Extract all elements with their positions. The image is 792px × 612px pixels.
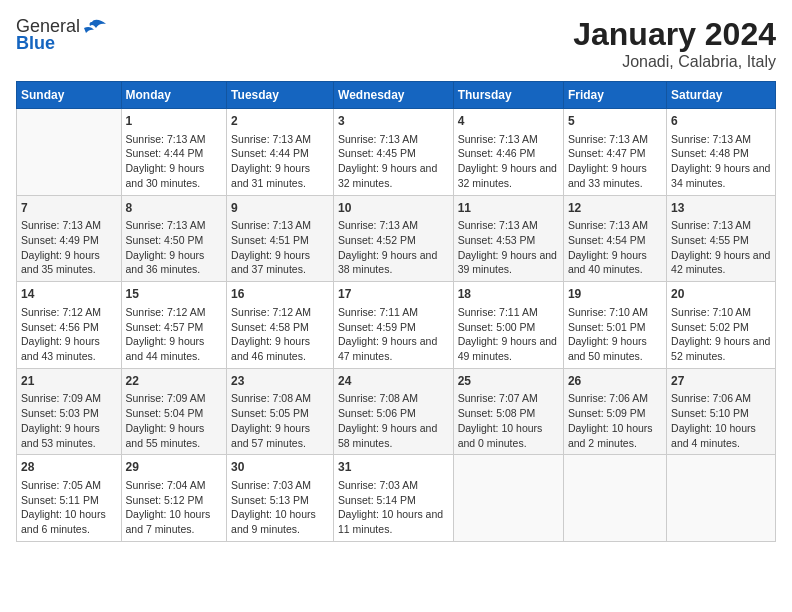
- page-title: January 2024: [573, 16, 776, 53]
- day-number: 13: [671, 200, 771, 217]
- calendar-week-row: 21Sunrise: 7:09 AMSunset: 5:03 PMDayligh…: [17, 368, 776, 455]
- weekday-header: Friday: [563, 82, 666, 109]
- calendar-table: SundayMondayTuesdayWednesdayThursdayFrid…: [16, 81, 776, 542]
- day-info: Sunrise: 7:13 AMSunset: 4:47 PMDaylight:…: [568, 132, 662, 191]
- calendar-cell: 30Sunrise: 7:03 AMSunset: 5:13 PMDayligh…: [227, 455, 334, 542]
- day-info: Sunrise: 7:13 AMSunset: 4:49 PMDaylight:…: [21, 218, 117, 277]
- day-number: 5: [568, 113, 662, 130]
- day-info: Sunrise: 7:06 AMSunset: 5:10 PMDaylight:…: [671, 391, 771, 450]
- day-info: Sunrise: 7:03 AMSunset: 5:13 PMDaylight:…: [231, 478, 329, 537]
- day-number: 19: [568, 286, 662, 303]
- calendar-cell: [563, 455, 666, 542]
- day-info: Sunrise: 7:10 AMSunset: 5:01 PMDaylight:…: [568, 305, 662, 364]
- calendar-week-row: 7Sunrise: 7:13 AMSunset: 4:49 PMDaylight…: [17, 195, 776, 282]
- calendar-cell: 4Sunrise: 7:13 AMSunset: 4:46 PMDaylight…: [453, 109, 563, 196]
- day-number: 9: [231, 200, 329, 217]
- calendar-week-row: 14Sunrise: 7:12 AMSunset: 4:56 PMDayligh…: [17, 282, 776, 369]
- calendar-cell: 12Sunrise: 7:13 AMSunset: 4:54 PMDayligh…: [563, 195, 666, 282]
- calendar-week-row: 1Sunrise: 7:13 AMSunset: 4:44 PMDaylight…: [17, 109, 776, 196]
- day-number: 2: [231, 113, 329, 130]
- calendar-cell: 16Sunrise: 7:12 AMSunset: 4:58 PMDayligh…: [227, 282, 334, 369]
- calendar-cell: 10Sunrise: 7:13 AMSunset: 4:52 PMDayligh…: [334, 195, 454, 282]
- calendar-cell: 29Sunrise: 7:04 AMSunset: 5:12 PMDayligh…: [121, 455, 227, 542]
- day-number: 24: [338, 373, 449, 390]
- day-number: 21: [21, 373, 117, 390]
- calendar-cell: 21Sunrise: 7:09 AMSunset: 5:03 PMDayligh…: [17, 368, 122, 455]
- day-info: Sunrise: 7:04 AMSunset: 5:12 PMDaylight:…: [126, 478, 223, 537]
- day-info: Sunrise: 7:13 AMSunset: 4:44 PMDaylight:…: [126, 132, 223, 191]
- weekday-header: Monday: [121, 82, 227, 109]
- day-info: Sunrise: 7:09 AMSunset: 5:03 PMDaylight:…: [21, 391, 117, 450]
- calendar-cell: 19Sunrise: 7:10 AMSunset: 5:01 PMDayligh…: [563, 282, 666, 369]
- day-info: Sunrise: 7:13 AMSunset: 4:44 PMDaylight:…: [231, 132, 329, 191]
- calendar-cell: 9Sunrise: 7:13 AMSunset: 4:51 PMDaylight…: [227, 195, 334, 282]
- day-info: Sunrise: 7:13 AMSunset: 4:45 PMDaylight:…: [338, 132, 449, 191]
- day-info: Sunrise: 7:12 AMSunset: 4:56 PMDaylight:…: [21, 305, 117, 364]
- day-number: 7: [21, 200, 117, 217]
- day-info: Sunrise: 7:08 AMSunset: 5:05 PMDaylight:…: [231, 391, 329, 450]
- day-number: 6: [671, 113, 771, 130]
- day-info: Sunrise: 7:05 AMSunset: 5:11 PMDaylight:…: [21, 478, 117, 537]
- calendar-cell: [667, 455, 776, 542]
- day-info: Sunrise: 7:07 AMSunset: 5:08 PMDaylight:…: [458, 391, 559, 450]
- day-number: 3: [338, 113, 449, 130]
- day-number: 27: [671, 373, 771, 390]
- day-info: Sunrise: 7:13 AMSunset: 4:54 PMDaylight:…: [568, 218, 662, 277]
- day-number: 20: [671, 286, 771, 303]
- day-number: 28: [21, 459, 117, 476]
- day-info: Sunrise: 7:13 AMSunset: 4:55 PMDaylight:…: [671, 218, 771, 277]
- calendar-cell: 31Sunrise: 7:03 AMSunset: 5:14 PMDayligh…: [334, 455, 454, 542]
- calendar-cell: [17, 109, 122, 196]
- logo-blue-text: Blue: [16, 33, 55, 54]
- day-number: 16: [231, 286, 329, 303]
- day-number: 23: [231, 373, 329, 390]
- day-info: Sunrise: 7:13 AMSunset: 4:46 PMDaylight:…: [458, 132, 559, 191]
- calendar-cell: 28Sunrise: 7:05 AMSunset: 5:11 PMDayligh…: [17, 455, 122, 542]
- day-info: Sunrise: 7:12 AMSunset: 4:57 PMDaylight:…: [126, 305, 223, 364]
- calendar-cell: 13Sunrise: 7:13 AMSunset: 4:55 PMDayligh…: [667, 195, 776, 282]
- weekday-header: Sunday: [17, 82, 122, 109]
- calendar-cell: 17Sunrise: 7:11 AMSunset: 4:59 PMDayligh…: [334, 282, 454, 369]
- title-block: January 2024 Jonadi, Calabria, Italy: [573, 16, 776, 71]
- calendar-cell: 7Sunrise: 7:13 AMSunset: 4:49 PMDaylight…: [17, 195, 122, 282]
- day-info: Sunrise: 7:11 AMSunset: 5:00 PMDaylight:…: [458, 305, 559, 364]
- page-header: General Blue January 2024 Jonadi, Calabr…: [16, 16, 776, 71]
- day-info: Sunrise: 7:13 AMSunset: 4:51 PMDaylight:…: [231, 218, 329, 277]
- day-info: Sunrise: 7:11 AMSunset: 4:59 PMDaylight:…: [338, 305, 449, 364]
- day-info: Sunrise: 7:03 AMSunset: 5:14 PMDaylight:…: [338, 478, 449, 537]
- calendar-cell: 11Sunrise: 7:13 AMSunset: 4:53 PMDayligh…: [453, 195, 563, 282]
- day-number: 1: [126, 113, 223, 130]
- day-number: 15: [126, 286, 223, 303]
- day-number: 18: [458, 286, 559, 303]
- calendar-cell: 3Sunrise: 7:13 AMSunset: 4:45 PMDaylight…: [334, 109, 454, 196]
- logo: General Blue: [16, 16, 106, 54]
- day-number: 31: [338, 459, 449, 476]
- calendar-cell: 25Sunrise: 7:07 AMSunset: 5:08 PMDayligh…: [453, 368, 563, 455]
- day-number: 22: [126, 373, 223, 390]
- day-number: 8: [126, 200, 223, 217]
- day-number: 26: [568, 373, 662, 390]
- day-info: Sunrise: 7:09 AMSunset: 5:04 PMDaylight:…: [126, 391, 223, 450]
- logo-bird-icon: [84, 18, 106, 36]
- calendar-cell: [453, 455, 563, 542]
- calendar-cell: 2Sunrise: 7:13 AMSunset: 4:44 PMDaylight…: [227, 109, 334, 196]
- day-number: 10: [338, 200, 449, 217]
- header-row: SundayMondayTuesdayWednesdayThursdayFrid…: [17, 82, 776, 109]
- day-info: Sunrise: 7:08 AMSunset: 5:06 PMDaylight:…: [338, 391, 449, 450]
- weekday-header: Tuesday: [227, 82, 334, 109]
- day-number: 12: [568, 200, 662, 217]
- calendar-cell: 5Sunrise: 7:13 AMSunset: 4:47 PMDaylight…: [563, 109, 666, 196]
- day-number: 17: [338, 286, 449, 303]
- day-number: 11: [458, 200, 559, 217]
- page-subtitle: Jonadi, Calabria, Italy: [573, 53, 776, 71]
- calendar-cell: 18Sunrise: 7:11 AMSunset: 5:00 PMDayligh…: [453, 282, 563, 369]
- calendar-cell: 27Sunrise: 7:06 AMSunset: 5:10 PMDayligh…: [667, 368, 776, 455]
- calendar-cell: 1Sunrise: 7:13 AMSunset: 4:44 PMDaylight…: [121, 109, 227, 196]
- calendar-cell: 23Sunrise: 7:08 AMSunset: 5:05 PMDayligh…: [227, 368, 334, 455]
- calendar-cell: 26Sunrise: 7:06 AMSunset: 5:09 PMDayligh…: [563, 368, 666, 455]
- day-info: Sunrise: 7:13 AMSunset: 4:52 PMDaylight:…: [338, 218, 449, 277]
- calendar-cell: 24Sunrise: 7:08 AMSunset: 5:06 PMDayligh…: [334, 368, 454, 455]
- calendar-cell: 6Sunrise: 7:13 AMSunset: 4:48 PMDaylight…: [667, 109, 776, 196]
- calendar-cell: 15Sunrise: 7:12 AMSunset: 4:57 PMDayligh…: [121, 282, 227, 369]
- calendar-cell: 20Sunrise: 7:10 AMSunset: 5:02 PMDayligh…: [667, 282, 776, 369]
